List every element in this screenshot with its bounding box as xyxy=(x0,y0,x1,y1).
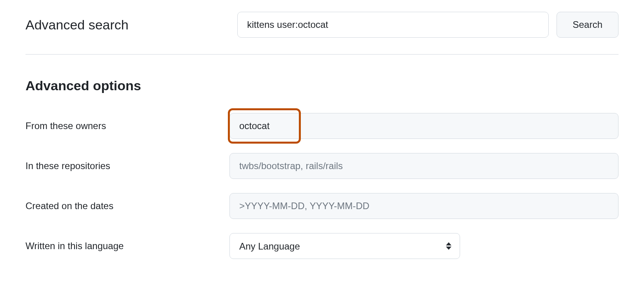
search-header: Advanced search Search xyxy=(25,12,619,55)
language-select[interactable]: Any Language xyxy=(229,233,460,259)
created-label: Created on the dates xyxy=(25,201,229,211)
field-row-owners: From these owners xyxy=(25,113,619,139)
field-row-language: Written in this language Any Language xyxy=(25,233,619,259)
owners-label: From these owners xyxy=(25,120,229,131)
advanced-options-section: Advanced options From these owners In th… xyxy=(25,55,619,259)
page-title: Advanced search xyxy=(25,17,229,33)
owners-input[interactable] xyxy=(229,113,619,139)
search-input[interactable] xyxy=(237,12,549,38)
repositories-label: In these repositories xyxy=(25,160,229,171)
section-title: Advanced options xyxy=(25,78,619,93)
created-input[interactable] xyxy=(229,193,619,219)
field-row-created: Created on the dates xyxy=(25,193,619,219)
language-label: Written in this language xyxy=(25,241,229,252)
repositories-input[interactable] xyxy=(229,153,619,179)
field-row-repositories: In these repositories xyxy=(25,153,619,179)
search-button[interactable]: Search xyxy=(557,12,619,38)
